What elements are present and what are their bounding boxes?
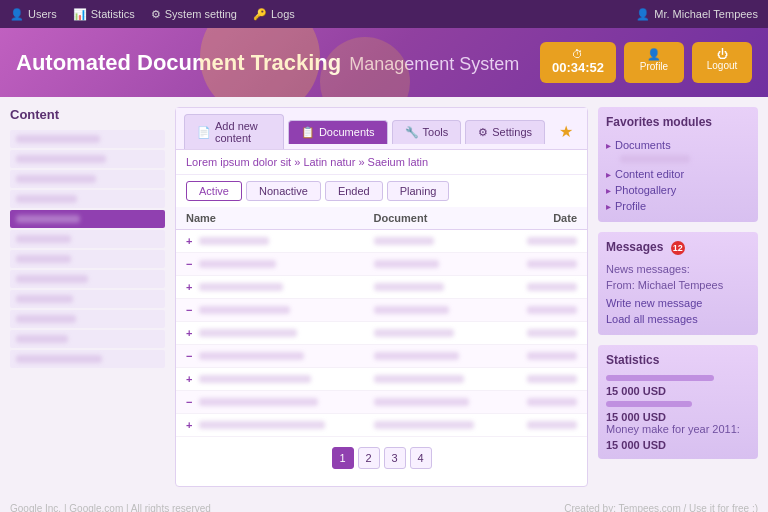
sidebar-item-5[interactable] [10, 230, 165, 248]
arrow-icon: ▸ [606, 201, 611, 212]
nav-statistics[interactable]: 📊 Statistics [73, 8, 135, 21]
sidebar-item-6[interactable] [10, 250, 165, 268]
time-button[interactable]: ⏱ 00:34:52 [540, 42, 616, 83]
sidebar-item-2[interactable] [10, 170, 165, 188]
sidebar-item-11[interactable] [10, 350, 165, 368]
filter-tabs: Active Nonactive Ended Planing [176, 175, 587, 207]
messages-badge: 12 [671, 241, 685, 255]
header: Automated Document Tracking Management S… [0, 28, 768, 97]
filter-ended[interactable]: Ended [325, 181, 383, 201]
table-row[interactable]: + [176, 414, 587, 437]
col-date: Date [505, 207, 587, 230]
fav-documents-sub [620, 153, 750, 166]
arrow-icon: ▸ [606, 169, 611, 180]
sidebar: Content [10, 107, 165, 487]
page-1[interactable]: 1 [332, 447, 354, 469]
favorites-title: Favorites modules [606, 115, 750, 129]
user-icon: 👤 [636, 8, 650, 21]
main-layout: Content 📄 Add new content 📋 Documents 🔧 … [0, 97, 768, 497]
table-row[interactable]: + [176, 230, 587, 253]
table-row[interactable]: − [176, 391, 587, 414]
tools-icon: 🔧 [405, 126, 419, 139]
statistics-icon: 📊 [73, 8, 87, 21]
logout-button[interactable]: ⏻ Logout [692, 42, 752, 83]
sidebar-item-8[interactable] [10, 290, 165, 308]
filter-nonactive[interactable]: Nonactive [246, 181, 321, 201]
document-table: Name Document Date + − + − + − + − + [176, 207, 587, 437]
profile-icon: 👤 [647, 48, 661, 61]
statistics-title: Statistics [606, 353, 750, 367]
stat-value-2: 15 000 USD [606, 411, 750, 423]
table-row[interactable]: − [176, 253, 587, 276]
sidebar-items [10, 130, 165, 368]
filter-planing[interactable]: Planing [387, 181, 450, 201]
nav-logs[interactable]: 🔑 Logs [253, 8, 295, 21]
stat-value-1: 15 000 USD [606, 385, 750, 397]
nav-system-setting[interactable]: ⚙ System setting [151, 8, 237, 21]
footer-right: Created by: Tempees.com / Use it for fre… [564, 503, 758, 512]
settings-icon: ⚙ [478, 126, 488, 139]
nav-users[interactable]: 👤 Users [10, 8, 57, 21]
money-label: Money make for year 2011: [606, 423, 750, 435]
footer-left: Google Inc. | Google.com | All rights re… [10, 503, 211, 512]
right-panel: Favorites modules ▸ Documents ▸ Content … [598, 107, 758, 487]
gear-icon: ⚙ [151, 8, 161, 21]
sidebar-item-4[interactable] [10, 210, 165, 228]
sidebar-item-10[interactable] [10, 330, 165, 348]
favorites-section: Favorites modules ▸ Documents ▸ Content … [598, 107, 758, 222]
page-3[interactable]: 3 [384, 447, 406, 469]
table-row[interactable]: + [176, 276, 587, 299]
from-label: From: Michael Tempees [606, 279, 750, 291]
fav-documents[interactable]: ▸ Documents [606, 137, 750, 153]
money-value: 15 000 USD [606, 439, 750, 451]
page-4[interactable]: 4 [410, 447, 432, 469]
documents-icon: 📋 [301, 126, 315, 139]
table-row[interactable]: − [176, 345, 587, 368]
top-nav: 👤 Users 📊 Statistics ⚙ System setting 🔑 … [0, 0, 768, 28]
title-main: Automated Document Tracking [16, 50, 341, 76]
tab-settings[interactable]: ⚙ Settings [465, 120, 545, 144]
sidebar-item-9[interactable] [10, 310, 165, 328]
sidebar-item-0[interactable] [10, 130, 165, 148]
table-row[interactable]: + [176, 322, 587, 345]
logout-icon: ⏻ [717, 48, 728, 60]
sidebar-title: Content [10, 107, 165, 122]
arrow-icon: ▸ [606, 185, 611, 196]
breadcrumb: Lorem ipsum dolor sit » Latin natur » Sa… [176, 150, 587, 175]
content-tabs: 📄 Add new content 📋 Documents 🔧 Tools ⚙ … [176, 108, 587, 150]
table-row[interactable]: + [176, 368, 587, 391]
blur-bar [620, 155, 690, 163]
statistics-section: Statistics 15 000 USD 15 000 USD Money m… [598, 345, 758, 459]
tab-documents[interactable]: 📋 Documents [288, 120, 388, 144]
top-nav-left: 👤 Users 📊 Statistics ⚙ System setting 🔑 … [10, 8, 295, 21]
sidebar-item-7[interactable] [10, 270, 165, 288]
title-sub: Management System [349, 54, 519, 75]
messages-title: Messages 12 [606, 240, 750, 255]
tab-tools[interactable]: 🔧 Tools [392, 120, 462, 144]
content-area: 📄 Add new content 📋 Documents 🔧 Tools ⚙ … [175, 107, 588, 487]
stat-bar-2 [606, 401, 692, 407]
sidebar-item-3[interactable] [10, 190, 165, 208]
add-icon: 📄 [197, 126, 211, 139]
user-info: 👤 Mr. Michael Tempees [636, 8, 758, 21]
load-messages-link[interactable]: Load all messages [606, 311, 750, 327]
footer: Google Inc. | Google.com | All rights re… [0, 497, 768, 512]
header-buttons: ⏱ 00:34:52 👤 Profile ⏻ Logout [540, 42, 752, 83]
tab-add-new-content[interactable]: 📄 Add new content [184, 114, 284, 149]
fav-photogallery[interactable]: ▸ Photogallery [606, 182, 750, 198]
filter-active[interactable]: Active [186, 181, 242, 201]
messages-section: Messages 12 News messages: From: Michael… [598, 232, 758, 335]
header-title: Automated Document Tracking Management S… [16, 50, 519, 76]
stat-bar-1 [606, 375, 714, 381]
profile-button[interactable]: 👤 Profile [624, 42, 684, 83]
favorite-star-button[interactable]: ★ [553, 122, 579, 141]
page-2[interactable]: 2 [358, 447, 380, 469]
clock-icon: ⏱ [572, 48, 583, 60]
users-icon: 👤 [10, 8, 24, 21]
col-name: Name [176, 207, 364, 230]
fav-content-editor[interactable]: ▸ Content editor [606, 166, 750, 182]
sidebar-item-1[interactable] [10, 150, 165, 168]
write-message-link[interactable]: Write new message [606, 295, 750, 311]
fav-profile[interactable]: ▸ Profile [606, 198, 750, 214]
table-row[interactable]: − [176, 299, 587, 322]
